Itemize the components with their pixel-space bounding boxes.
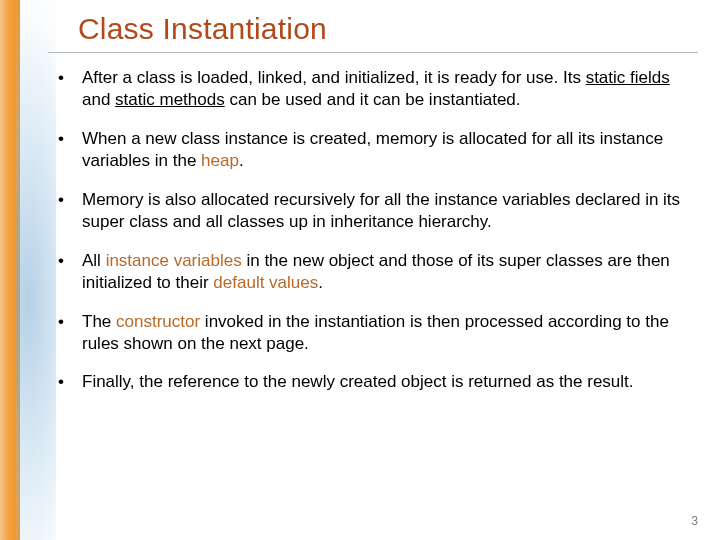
accent-term: constructor	[116, 312, 200, 331]
text: All	[82, 251, 106, 270]
list-item: Finally, the reference to the newly crea…	[48, 371, 692, 393]
list-item: When a new class instance is created, me…	[48, 128, 692, 173]
underlined-term: static methods	[115, 90, 225, 109]
text: .	[318, 273, 323, 292]
list-item: After a class is loaded, linked, and ini…	[48, 67, 692, 112]
accent-term: default values	[213, 273, 318, 292]
text: The	[82, 312, 116, 331]
accent-term: heap	[201, 151, 239, 170]
text: can be used and it can be instantiated.	[225, 90, 521, 109]
accent-term: instance variables	[106, 251, 242, 270]
text: When a new class instance is created, me…	[82, 129, 663, 170]
list-item: Memory is also allocated recursively for…	[48, 189, 692, 234]
list-item: The constructor invoked in the instantia…	[48, 311, 692, 356]
bullet-list: After a class is loaded, linked, and ini…	[48, 67, 698, 394]
page-title: Class Instantiation	[78, 12, 698, 46]
slide-content: Class Instantiation After a class is loa…	[38, 0, 708, 540]
text: and	[82, 90, 115, 109]
underlined-term: static fields	[586, 68, 670, 87]
text: Memory is also allocated recursively for…	[82, 190, 680, 231]
list-item: All instance variables in the new object…	[48, 250, 692, 295]
page-number: 3	[691, 514, 698, 528]
text: After a class is loaded, linked, and ini…	[82, 68, 586, 87]
text: .	[239, 151, 244, 170]
text: Finally, the reference to the newly crea…	[82, 372, 634, 391]
title-underline	[48, 52, 698, 53]
